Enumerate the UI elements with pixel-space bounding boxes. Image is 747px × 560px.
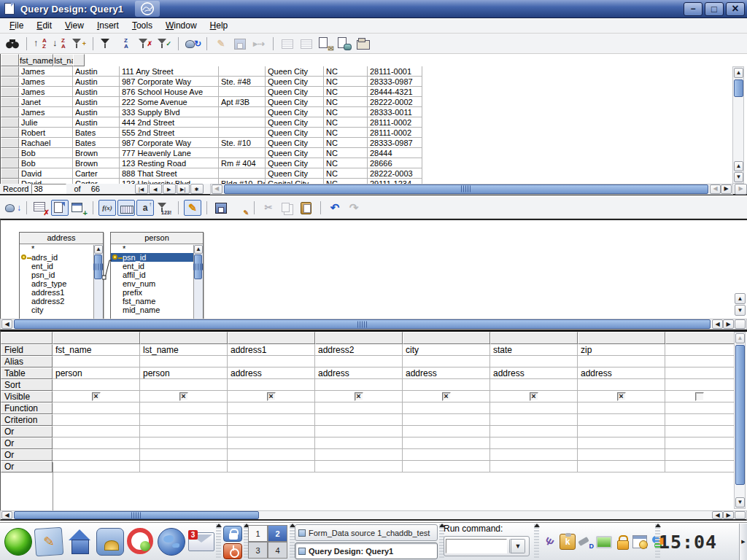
- grid-cell[interactable]: 28222-0002: [368, 97, 422, 107]
- scroll-up-icon[interactable]: ▲: [194, 245, 203, 254]
- grid-cell[interactable]: David: [19, 179, 73, 184]
- taskbar-window-button[interactable]: Query Design: Query1: [295, 542, 438, 559]
- table-field[interactable]: psn_id: [111, 253, 193, 262]
- grid-cell[interactable]: Carter: [73, 179, 120, 184]
- function-cell[interactable]: [315, 402, 403, 414]
- sort-descending-icon[interactable]: Z A: [51, 36, 69, 52]
- criterion-cell[interactable]: [578, 414, 665, 426]
- or-cell[interactable]: [403, 438, 490, 449]
- grid-cell[interactable]: 28111-0002: [368, 128, 422, 138]
- grid-cell[interactable]: Queen City: [266, 107, 324, 117]
- grid-cell[interactable]: 987 Corporate Way: [120, 77, 219, 87]
- result-grid-hscrollbar[interactable]: ◀ ◀ ▶: [210, 184, 733, 195]
- scroll-up-icon[interactable]: ▲: [734, 68, 743, 78]
- display-icon[interactable]: [596, 536, 612, 548]
- sort-cell[interactable]: [315, 379, 403, 391]
- or-cell[interactable]: [315, 438, 403, 449]
- grid-cell[interactable]: Queen City: [266, 66, 324, 77]
- visible-checkbox[interactable]: [355, 392, 363, 401]
- or-cell[interactable]: [140, 438, 228, 449]
- grid-cell[interactable]: NC: [324, 87, 368, 97]
- grid-cell[interactable]: Bob: [19, 148, 73, 158]
- paste-icon[interactable]: [298, 200, 315, 216]
- terminal-launcher-icon[interactable]: [96, 528, 124, 556]
- column-header[interactable]: fst_name: [19, 54, 53, 66]
- edit-data-icon[interactable]: ✎: [212, 36, 230, 52]
- field-cell[interactable]: [665, 344, 735, 356]
- table-cell[interactable]: address: [403, 368, 490, 379]
- clear-query-icon[interactable]: ✗: [32, 200, 50, 216]
- table-box-title[interactable]: address: [20, 233, 103, 244]
- row-header[interactable]: [1, 97, 19, 107]
- design-splitter-scrollbar[interactable]: ◀ ◀ ▶: [0, 319, 747, 330]
- row-header[interactable]: [1, 179, 19, 184]
- design-column-header[interactable]: [490, 332, 578, 344]
- sort-cell[interactable]: [228, 379, 315, 391]
- table-field[interactable]: fst_name: [111, 297, 193, 306]
- grid-cell[interactable]: James: [19, 66, 73, 77]
- alias-cell[interactable]: [140, 356, 228, 368]
- design-column-header[interactable]: [140, 332, 228, 344]
- or-cell[interactable]: [578, 438, 665, 449]
- or-cell[interactable]: [228, 449, 315, 461]
- or-cell[interactable]: [665, 461, 735, 472]
- or-cell[interactable]: [140, 426, 228, 438]
- grid-cell[interactable]: Robert: [19, 128, 73, 138]
- find-record-icon[interactable]: [4, 36, 21, 52]
- grid-cell[interactable]: 111 Any Street: [120, 66, 219, 77]
- visible-checkbox[interactable]: [617, 392, 626, 401]
- grid-cell[interactable]: Queen City: [266, 138, 324, 148]
- table-field[interactable]: psn_id: [20, 271, 93, 279]
- or-cell[interactable]: [578, 449, 665, 461]
- browser-launcher-icon[interactable]: [158, 528, 185, 556]
- desktop-cell[interactable]: 1: [248, 525, 268, 542]
- row-header[interactable]: [1, 148, 19, 158]
- table-box-title[interactable]: person: [111, 233, 203, 244]
- grid-cell[interactable]: Austin: [73, 66, 120, 77]
- criterion-cell[interactable]: [228, 414, 315, 426]
- table-field[interactable]: affil_id: [111, 271, 193, 279]
- scroll-down-icon[interactable]: ▼: [735, 305, 746, 316]
- or-cell[interactable]: [140, 461, 228, 472]
- grid-cell[interactable]: 28444-4321: [368, 87, 422, 97]
- table-cell[interactable]: address: [490, 368, 578, 379]
- table-field[interactable]: address2: [20, 297, 93, 306]
- table-box-scrollbar[interactable]: ▲: [193, 245, 203, 319]
- start-menu-icon[interactable]: [4, 528, 32, 556]
- alias-cell[interactable]: [578, 356, 665, 368]
- or-cell[interactable]: [315, 426, 403, 438]
- grid-cell[interactable]: Bob: [19, 158, 73, 168]
- sort-cell[interactable]: [403, 379, 490, 391]
- help-launcher-icon[interactable]: [127, 528, 153, 554]
- alias-cell[interactable]: [53, 356, 140, 368]
- design-column-header[interactable]: [228, 332, 315, 344]
- or-cell[interactable]: [403, 461, 490, 472]
- or-cell[interactable]: [490, 449, 578, 461]
- grid-cell[interactable]: Brown: [73, 158, 120, 168]
- applet-handle[interactable]: [216, 524, 221, 559]
- grid-cell[interactable]: [219, 168, 266, 179]
- grid-cell[interactable]: Queen City: [266, 128, 324, 138]
- or-cell[interactable]: [490, 426, 578, 438]
- switch-design-view-icon[interactable]: [51, 200, 69, 216]
- grid-cell[interactable]: David: [19, 168, 73, 179]
- scroll-up-icon[interactable]: ▲: [735, 333, 745, 343]
- scroll-thumb[interactable]: [735, 345, 745, 485]
- cut-icon[interactable]: ✂: [260, 200, 277, 216]
- row-header[interactable]: [1, 128, 19, 138]
- table-box-person[interactable]: person * psn_id ent_id: [110, 232, 204, 319]
- visible-checkbox[interactable]: [530, 392, 538, 401]
- grid-cell[interactable]: 28111-0001: [368, 66, 422, 77]
- save-icon[interactable]: [212, 200, 230, 216]
- klipper-icon[interactable]: k: [560, 534, 576, 550]
- or-cell[interactable]: [53, 438, 140, 449]
- grid-cell[interactable]: Austin: [73, 97, 120, 107]
- criterion-cell[interactable]: [665, 414, 735, 426]
- data-source-as-table-icon[interactable]: [336, 36, 353, 52]
- grid-cell[interactable]: [219, 107, 266, 117]
- or-cell[interactable]: [315, 461, 403, 472]
- function-cell[interactable]: [490, 402, 578, 414]
- menu-item[interactable]: Window: [159, 19, 204, 32]
- join-line[interactable]: [102, 255, 112, 284]
- design-column-header[interactable]: [403, 332, 490, 344]
